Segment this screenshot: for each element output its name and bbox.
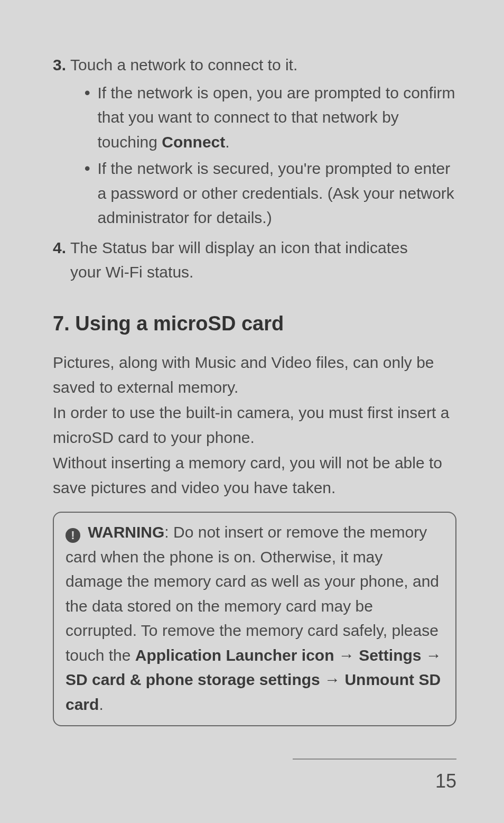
footer-rule	[293, 759, 456, 760]
bullet-list: • If the network is open, you are prompt…	[85, 81, 456, 230]
list-number: 4.	[53, 236, 66, 285]
arrow: →	[422, 646, 442, 664]
path-segment: Application Launcher icon	[135, 646, 334, 664]
bullet-marker: •	[85, 81, 90, 155]
bullet-item: • If the network is secured, you're prom…	[85, 156, 456, 230]
list-number: 3.	[53, 53, 66, 78]
arrow: →	[320, 671, 345, 688]
bullet-item: • If the network is open, you are prompt…	[85, 81, 456, 155]
arrow: →	[334, 646, 359, 664]
paragraph: In order to use the built-in camera, you…	[53, 401, 456, 450]
text-segment: If the network is secured, you're prompt…	[98, 160, 454, 226]
warning-icon: !	[66, 528, 80, 543]
text-line: your Wi-Fi status.	[70, 263, 193, 281]
bold-text: Connect	[162, 133, 225, 151]
ordered-item-3: 3. Touch a network to connect to it.	[53, 53, 456, 78]
bullet-text: If the network is secured, you're prompt…	[98, 156, 456, 230]
list-text: Touch a network to connect to it.	[70, 53, 456, 78]
icon-glyph: !	[71, 526, 74, 544]
warning-box: ! WARNING: Do not insert or remove the m…	[53, 512, 456, 726]
path-segment: Settings	[359, 646, 421, 664]
section-heading: 7. Using a microSD card	[53, 308, 456, 339]
page-number: 15	[435, 770, 456, 792]
warning-body: : Do not insert or remove the memory car…	[66, 523, 439, 664]
text-segment: .	[99, 696, 103, 713]
paragraph: Pictures, along with Music and Video fil…	[53, 350, 456, 400]
paragraph: Without inserting a memory card, you wil…	[53, 451, 456, 500]
bullet-text: If the network is open, you are prompted…	[98, 81, 456, 155]
text-line: The Status bar will display an icon that…	[70, 239, 408, 256]
page-content: 3. Touch a network to connect to it. • I…	[53, 53, 456, 726]
warning-label: WARNING	[88, 523, 164, 541]
text-segment: If the network is open, you are prompted…	[98, 84, 455, 151]
path-segment: SD card & phone storage settings	[66, 671, 320, 688]
list-text: The Status bar will display an icon that…	[70, 236, 456, 285]
ordered-item-4: 4. The Status bar will display an icon t…	[53, 236, 456, 285]
bullet-marker: •	[85, 156, 90, 230]
text-segment: .	[225, 133, 229, 151]
